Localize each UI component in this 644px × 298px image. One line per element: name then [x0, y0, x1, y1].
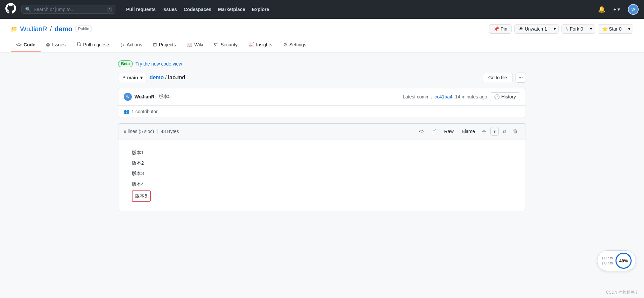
breadcrumb: demo / lao.md [150, 75, 185, 81]
tab-code-label: Code [23, 42, 35, 47]
star-label: Star [609, 26, 618, 32]
copy-icon: 📄 [431, 129, 437, 134]
pin-icon: 📌 [493, 26, 499, 32]
commit-box: W WuJianR 版本5 Latest commit cc41ba4 14 m… [118, 88, 526, 118]
fork-split: ⑂ Fork 0 ▾ [561, 24, 595, 34]
nav-issues[interactable]: Issues [160, 5, 180, 14]
edit-options-button[interactable]: ▾ [491, 127, 498, 135]
nav-pull-requests[interactable]: Pull requests [123, 5, 158, 14]
commit-sha[interactable]: cc41ba4 [435, 94, 452, 99]
file-line-4: 版本4 [132, 179, 512, 189]
tab-pull-requests[interactable]: Pull requests [71, 38, 116, 52]
latest-commit-label: Latest commit [403, 94, 432, 99]
repo-actions: 📌 Pin 👁 Unwatch 1 ▾ ⑂ Fork 0 ▾ [489, 24, 633, 34]
search-icon: 🔍 [25, 7, 31, 12]
star-caret[interactable]: ▾ [626, 25, 633, 33]
star-button[interactable]: ⭐ Star 0 [598, 25, 626, 33]
tab-insights-label: Insights [256, 42, 272, 47]
tab-settings[interactable]: ⚙ Settings [278, 38, 312, 52]
file-line-3: 版本3 [132, 168, 512, 179]
unwatch-caret[interactable]: ▾ [551, 25, 558, 33]
tab-actions-label: Actions [127, 42, 142, 47]
contributor-row: 👥 1 contributor [118, 105, 526, 118]
fork-label: Fork [570, 26, 579, 32]
repo-header: 📁 WuJianR / demo Public 📌 Pin 👁 Unwatch … [0, 19, 644, 52]
slash-shortcut: / [107, 7, 112, 12]
tab-insights[interactable]: 📈 Insights [243, 38, 277, 52]
file-line-5: 版本5 [132, 189, 512, 203]
repo-title-row: 📁 WuJianR / demo Public 📌 Pin 👁 Unwatch … [11, 24, 633, 34]
fork-count: 0 [581, 26, 583, 32]
commit-message: 版本5 [159, 94, 171, 100]
repo-icon: 📁 [11, 26, 17, 32]
tab-security[interactable]: 🛡 Security [209, 38, 243, 52]
more-options-button[interactable]: ··· [516, 73, 526, 83]
commit-time: 14 minutes ago [455, 94, 487, 99]
star-count: 0 [619, 26, 622, 32]
tab-security-label: Security [221, 42, 238, 47]
repo-owner-link[interactable]: WuJianR [20, 25, 47, 33]
create-menu[interactable]: + ▾ [611, 5, 623, 14]
raw-button[interactable]: Raw [441, 127, 457, 135]
tab-wiki-label: Wiki [194, 42, 203, 47]
commit-row: W WuJianR 版本5 Latest commit cc41ba4 14 m… [118, 88, 526, 105]
unwatch-button[interactable]: 👁 Unwatch 1 [515, 25, 551, 33]
wiki-icon: 📖 [186, 42, 192, 47]
user-avatar[interactable]: W [628, 4, 639, 15]
pr-icon [76, 42, 81, 47]
file-content-body: 版本1 版本2 版本3 版本4 版本5 [118, 139, 526, 211]
blame-button[interactable]: Blame [458, 127, 478, 135]
notifications-icon[interactable]: 🔔 [598, 6, 605, 13]
beta-link[interactable]: Try the new code view [136, 61, 182, 67]
tab-issues[interactable]: ◎ Issues [41, 38, 71, 52]
github-logo [5, 3, 16, 16]
commit-author-name[interactable]: WuJianR [135, 94, 155, 99]
history-button[interactable]: 🕐 History [490, 92, 520, 101]
repo-name-link[interactable]: demo [54, 25, 72, 33]
file-line-2: 版本2 [132, 158, 512, 168]
unwatch-count: 1 [544, 26, 547, 32]
search-bar[interactable]: 🔍 / [21, 5, 115, 14]
contributors-text: 1 contributor [131, 109, 158, 114]
tab-wiki[interactable]: 📖 Wiki [181, 38, 208, 52]
pin-label: Pin [500, 26, 507, 32]
code-view-button[interactable]: <> [416, 127, 427, 135]
nav-marketplace[interactable]: Marketplace [215, 5, 248, 14]
fork-icon: ⑂ [566, 26, 569, 32]
eye-icon: 👁 [519, 26, 523, 32]
tab-code[interactable]: <> Code [11, 38, 41, 52]
go-to-file-button[interactable]: Go to file [483, 73, 513, 82]
breadcrumb-repo[interactable]: demo [150, 75, 164, 81]
nav-codespaces[interactable]: Codespaces [181, 5, 214, 14]
history-label: History [501, 94, 516, 99]
branch-selector[interactable]: ⑂ main ▾ [118, 73, 147, 82]
history-icon: 🕐 [494, 94, 500, 99]
nav-explore[interactable]: Explore [249, 5, 272, 14]
file-nav: ⑂ main ▾ demo / lao.md Go to file ··· [118, 73, 526, 83]
tab-projects[interactable]: ⊞ Projects [148, 38, 181, 52]
branch-name: main [127, 75, 138, 80]
main-content: Beta Try the new code view ⑂ main ▾ demo… [107, 52, 537, 219]
issues-icon: ◎ [46, 42, 50, 47]
tab-actions[interactable]: ▷ Actions [116, 38, 148, 52]
unwatch-split: 👁 Unwatch 1 ▾ [514, 24, 558, 34]
fork-button[interactable]: ⑂ Fork 0 [562, 25, 587, 33]
delete-file-button[interactable]: 🗑 [510, 127, 520, 135]
copy-raw-button[interactable]: 📄 [428, 127, 439, 135]
tab-pr-label: Pull requests [83, 42, 110, 47]
edit-button[interactable]: ✏ [480, 127, 489, 135]
search-input[interactable] [34, 7, 104, 12]
tab-settings-label: Settings [289, 42, 307, 47]
tab-issues-label: Issues [52, 42, 65, 47]
fork-caret[interactable]: ▾ [587, 25, 595, 33]
insights-icon: 📈 [248, 42, 254, 47]
beta-banner: Beta Try the new code view [118, 60, 526, 67]
contributors-icon: 👥 [124, 109, 129, 114]
copy-file-button[interactable]: ⧉ [500, 127, 509, 136]
beta-badge: Beta [118, 60, 133, 67]
commit-right: Latest commit cc41ba4 14 minutes ago 🕐 H… [403, 92, 520, 101]
file-nav-left: ⑂ main ▾ demo / lao.md [118, 73, 185, 82]
pin-button[interactable]: 📌 Pin [489, 24, 512, 34]
file-meta: 9 lines (5 sloc) | 43 Bytes [124, 129, 179, 134]
repo-title: 📁 WuJianR / demo Public [11, 25, 92, 33]
